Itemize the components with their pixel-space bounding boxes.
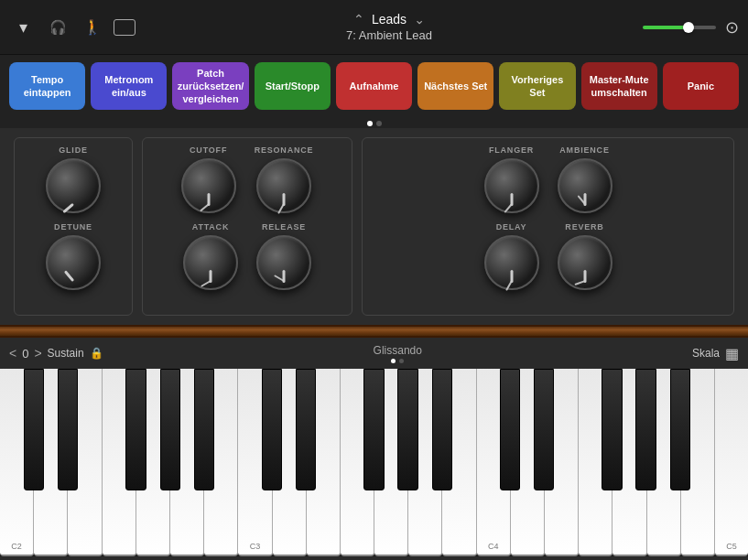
- knob-cell-resonance: RESONANCE: [255, 145, 314, 213]
- headphones-icon[interactable]: 🎧: [44, 14, 71, 41]
- volume-slider[interactable]: [643, 26, 716, 29]
- nav-row: ⌃ Leads ⌃: [353, 12, 425, 27]
- page-dot-2[interactable]: [376, 121, 382, 126]
- scale-label: Skala: [692, 347, 720, 360]
- black-key-0-4[interactable]: [160, 369, 180, 490]
- octave-down-arrow[interactable]: <: [9, 346, 16, 361]
- black-key-0-5[interactable]: [194, 369, 214, 490]
- knob-cell-detune: DETUNE: [46, 222, 101, 290]
- dropdown-icon[interactable]: ▾: [9, 14, 37, 41]
- patch-reset-button[interactable]: Patch zurücksetzen/ vergleichen: [172, 62, 248, 110]
- key-label-C3: C3: [238, 542, 271, 551]
- key-label-C2: C2: [0, 542, 33, 551]
- black-key-2-4[interactable]: [635, 369, 656, 490]
- cutoff-knob[interactable]: [181, 158, 236, 213]
- knob-row-top-2: CUTOFF RESONANCE: [154, 145, 341, 213]
- knob-cell-delay: DELAY: [484, 222, 539, 290]
- attack-knob[interactable]: [183, 235, 238, 290]
- kb-dot-2: [399, 359, 404, 363]
- top-left-icons: ▾ 🎧 🚶: [9, 14, 136, 41]
- knob-row-bottom-2: ATTACK RELEASE: [154, 222, 341, 290]
- window-icon[interactable]: [114, 19, 136, 36]
- key-label-C5: C5: [715, 542, 748, 551]
- knob-cell-cutoff: CUTOFF: [181, 145, 236, 213]
- patch-title: Leads: [372, 12, 407, 27]
- lock-icon: 🔒: [90, 347, 103, 360]
- kb-right: Skala ▦: [692, 345, 739, 362]
- master-mute-button[interactable]: Master-Mute umschalten: [581, 62, 657, 110]
- glide-label: GLIDE: [59, 145, 88, 155]
- grid-icon[interactable]: ▦: [725, 345, 739, 362]
- sustain-label: Sustain: [48, 347, 84, 360]
- resonance-label: RESONANCE: [255, 145, 314, 155]
- page-dot-1[interactable]: [367, 121, 373, 126]
- octave-number: 0: [22, 347, 28, 361]
- panic-button[interactable]: Panic: [663, 62, 739, 110]
- black-key-1-5[interactable]: [432, 369, 452, 490]
- piano-container: C2C3C4C5: [0, 369, 748, 556]
- kb-dot-1: [391, 359, 396, 363]
- detune-knob[interactable]: [46, 235, 101, 290]
- control-group-1: GLIDE DETUNE: [14, 137, 133, 316]
- patch-subtitle: 7: Ambient Lead: [346, 28, 432, 42]
- black-key-1-4[interactable]: [397, 369, 417, 490]
- knob-cell-reverb: REVERB: [558, 222, 612, 290]
- white-key-C5[interactable]: C5: [715, 369, 748, 556]
- cutoff-label: CUTOFF: [190, 145, 227, 155]
- key-label-C4: C4: [477, 542, 510, 551]
- prev-patch-arrow[interactable]: ⌃: [353, 12, 364, 27]
- knob-cell-flanger: FLANGER: [484, 145, 539, 213]
- ambience-label: AMBIENCE: [559, 145, 609, 155]
- black-key-1-1[interactable]: [296, 369, 316, 490]
- delay-label: DELAY: [496, 222, 527, 232]
- release-label: RELEASE: [262, 222, 306, 232]
- delay-knob[interactable]: [484, 235, 539, 290]
- black-key-2-3[interactable]: [602, 369, 622, 490]
- black-key-2-1[interactable]: [534, 369, 554, 490]
- start-stop-button[interactable]: Start/Stopp: [255, 62, 331, 110]
- top-bar: ▾ 🎧 🚶 ⌃ Leads ⌃ 7: Ambient Lead ⊙: [0, 0, 748, 55]
- glissando-label: Glissando: [374, 344, 422, 357]
- patch-selector: ⌃ Leads ⌃ 7: Ambient Lead: [346, 12, 432, 42]
- black-key-0-1[interactable]: [58, 369, 78, 490]
- next-set-button[interactable]: Nächstes Set: [417, 62, 493, 110]
- black-key-1-0[interactable]: [262, 369, 282, 490]
- flanger-knob[interactable]: [484, 158, 539, 213]
- page-dots: [0, 117, 748, 128]
- black-key-0-3[interactable]: [125, 369, 146, 490]
- black-key-0-0[interactable]: [24, 369, 44, 490]
- button-row: Tempo eintappen Metronom ein/aus Patch z…: [0, 55, 748, 117]
- prev-set-button[interactable]: Vorheriges Set: [499, 62, 575, 110]
- wood-separator: [0, 325, 748, 338]
- ambience-knob[interactable]: [558, 158, 612, 213]
- controls-area: GLIDE DETUNE CUTOFF: [0, 128, 748, 325]
- reverb-label: REVERB: [565, 222, 603, 232]
- glide-knob[interactable]: [46, 158, 101, 213]
- black-key-2-5[interactable]: [670, 369, 690, 490]
- kb-left: < 0 > Sustain 🔒: [9, 346, 103, 361]
- release-knob[interactable]: [256, 235, 311, 290]
- record-button[interactable]: Aufnahme: [336, 62, 412, 110]
- black-key-2-0[interactable]: [500, 369, 520, 490]
- knob-cell-release: RELEASE: [256, 222, 311, 290]
- flanger-label: FLANGER: [489, 145, 534, 155]
- black-key-1-3[interactable]: [363, 369, 384, 490]
- tempo-button[interactable]: Tempo eintappen: [9, 62, 85, 110]
- knob-cell-glide: GLIDE: [46, 145, 101, 213]
- metronome-button[interactable]: Metronom ein/aus: [91, 62, 167, 110]
- resonance-knob[interactable]: [256, 158, 311, 213]
- octave-up-arrow[interactable]: >: [34, 346, 41, 361]
- next-patch-arrow[interactable]: ⌃: [414, 12, 425, 27]
- top-right: ⊙: [643, 17, 739, 38]
- volume-thumb: [683, 22, 694, 33]
- detune-label: DETUNE: [54, 222, 92, 232]
- knob-cell-ambience: AMBIENCE: [558, 145, 612, 213]
- control-group-2: CUTOFF RESONANCE ATTACK RELEASE: [142, 137, 352, 316]
- reverb-knob[interactable]: [558, 235, 612, 290]
- person-icon[interactable]: 🚶: [79, 14, 106, 41]
- volume-slider-container: [643, 26, 716, 29]
- control-group-3: FLANGER AMBIENCE DELAY REVERB: [362, 137, 734, 316]
- settings-button[interactable]: ⊙: [725, 17, 739, 38]
- knob-row-bottom: DETUNE: [26, 222, 121, 290]
- keyboard-controls: < 0 > Sustain 🔒 Glissando Skala ▦: [0, 338, 748, 369]
